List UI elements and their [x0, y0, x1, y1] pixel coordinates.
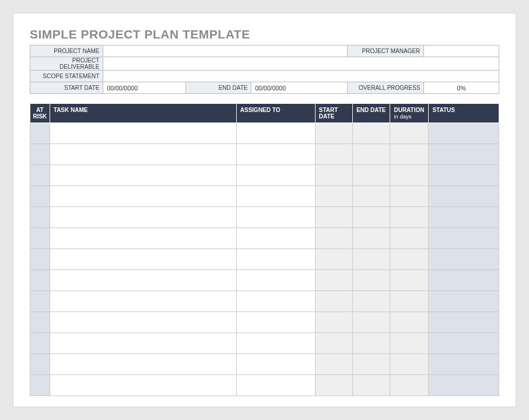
cell-task-name[interactable]	[50, 333, 236, 354]
cell-duration[interactable]	[390, 375, 429, 396]
value-project-deliverable[interactable]	[103, 57, 499, 71]
cell-task-name[interactable]	[50, 123, 236, 144]
cell-assigned-to[interactable]	[236, 291, 315, 312]
cell-start-date[interactable]	[315, 333, 352, 354]
cell-start-date[interactable]	[315, 123, 352, 144]
cell-status[interactable]	[429, 165, 499, 186]
cell-end-date[interactable]	[353, 144, 390, 165]
cell-duration[interactable]	[390, 291, 429, 312]
cell-assigned-to[interactable]	[236, 333, 315, 354]
cell-end-date[interactable]	[353, 270, 390, 291]
cell-end-date[interactable]	[353, 354, 390, 375]
cell-task-name[interactable]	[50, 249, 236, 270]
cell-start-date[interactable]	[315, 165, 352, 186]
cell-assigned-to[interactable]	[236, 270, 315, 291]
cell-duration[interactable]	[390, 144, 429, 165]
cell-task-name[interactable]	[50, 165, 236, 186]
cell-assigned-to[interactable]	[236, 228, 315, 249]
cell-status[interactable]	[429, 375, 499, 396]
value-overall-progress: 0%	[424, 82, 499, 94]
label-end-date: END DATE	[185, 82, 251, 94]
cell-assigned-to[interactable]	[236, 186, 315, 207]
cell-duration[interactable]	[390, 333, 429, 354]
cell-status[interactable]	[429, 228, 499, 249]
cell-end-date[interactable]	[353, 375, 390, 396]
cell-start-date[interactable]	[315, 249, 352, 270]
value-start-date[interactable]: 00/00/0000	[103, 82, 186, 94]
cell-end-date[interactable]	[353, 165, 390, 186]
cell-duration[interactable]	[390, 228, 429, 249]
cell-at-risk[interactable]	[30, 165, 50, 186]
cell-start-date[interactable]	[315, 291, 352, 312]
cell-duration[interactable]	[390, 123, 429, 144]
cell-status[interactable]	[429, 291, 499, 312]
cell-assigned-to[interactable]	[236, 249, 315, 270]
cell-start-date[interactable]	[315, 228, 352, 249]
cell-at-risk[interactable]	[30, 207, 50, 228]
cell-duration[interactable]	[390, 249, 429, 270]
cell-end-date[interactable]	[353, 123, 390, 144]
cell-duration[interactable]	[390, 270, 429, 291]
cell-task-name[interactable]	[50, 228, 236, 249]
value-end-date[interactable]: 00/00/0000	[251, 82, 348, 94]
task-row	[30, 270, 499, 291]
cell-at-risk[interactable]	[30, 144, 50, 165]
cell-end-date[interactable]	[353, 333, 390, 354]
cell-at-risk[interactable]	[30, 312, 50, 333]
cell-task-name[interactable]	[50, 375, 236, 396]
cell-status[interactable]	[429, 144, 499, 165]
value-scope-statement[interactable]	[103, 71, 499, 82]
cell-start-date[interactable]	[315, 144, 352, 165]
cell-start-date[interactable]	[315, 207, 352, 228]
cell-assigned-to[interactable]	[236, 165, 315, 186]
cell-at-risk[interactable]	[30, 186, 50, 207]
cell-status[interactable]	[429, 354, 499, 375]
cell-at-risk[interactable]	[30, 249, 50, 270]
cell-task-name[interactable]	[50, 270, 236, 291]
cell-status[interactable]	[429, 186, 499, 207]
cell-start-date[interactable]	[315, 312, 352, 333]
cell-end-date[interactable]	[353, 312, 390, 333]
cell-end-date[interactable]	[353, 249, 390, 270]
cell-status[interactable]	[429, 333, 499, 354]
cell-end-date[interactable]	[353, 228, 390, 249]
cell-at-risk[interactable]	[30, 354, 50, 375]
cell-assigned-to[interactable]	[236, 123, 315, 144]
cell-end-date[interactable]	[353, 291, 390, 312]
cell-status[interactable]	[429, 207, 499, 228]
cell-start-date[interactable]	[315, 375, 352, 396]
cell-start-date[interactable]	[315, 186, 352, 207]
cell-task-name[interactable]	[50, 144, 236, 165]
cell-end-date[interactable]	[353, 186, 390, 207]
cell-duration[interactable]	[390, 354, 429, 375]
cell-task-name[interactable]	[50, 186, 236, 207]
cell-assigned-to[interactable]	[236, 312, 315, 333]
cell-status[interactable]	[429, 249, 499, 270]
cell-start-date[interactable]	[315, 270, 352, 291]
cell-status[interactable]	[429, 123, 499, 144]
cell-task-name[interactable]	[50, 291, 236, 312]
cell-assigned-to[interactable]	[236, 375, 315, 396]
value-project-manager[interactable]	[424, 46, 499, 57]
cell-assigned-to[interactable]	[236, 354, 315, 375]
cell-end-date[interactable]	[353, 207, 390, 228]
cell-at-risk[interactable]	[30, 228, 50, 249]
cell-task-name[interactable]	[50, 354, 236, 375]
cell-status[interactable]	[429, 312, 499, 333]
cell-assigned-to[interactable]	[236, 144, 315, 165]
cell-duration[interactable]	[390, 165, 429, 186]
cell-at-risk[interactable]	[30, 270, 50, 291]
cell-duration[interactable]	[390, 207, 429, 228]
cell-at-risk[interactable]	[30, 333, 50, 354]
cell-at-risk[interactable]	[30, 291, 50, 312]
value-project-name[interactable]	[103, 46, 348, 57]
cell-at-risk[interactable]	[30, 375, 50, 396]
cell-status[interactable]	[429, 270, 499, 291]
cell-duration[interactable]	[390, 186, 429, 207]
cell-task-name[interactable]	[50, 312, 236, 333]
cell-assigned-to[interactable]	[236, 207, 315, 228]
cell-duration[interactable]	[390, 312, 429, 333]
cell-at-risk[interactable]	[30, 123, 50, 144]
cell-start-date[interactable]	[315, 354, 352, 375]
cell-task-name[interactable]	[50, 207, 236, 228]
